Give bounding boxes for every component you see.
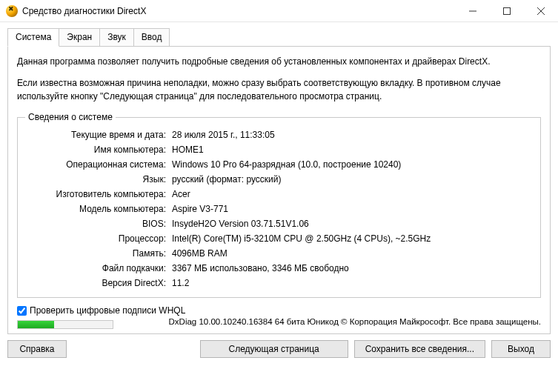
label-os: Операционная система:: [25, 159, 166, 170]
progress-fill: [18, 321, 54, 328]
intro-text-2: Если известна возможная причина неполадк…: [17, 77, 541, 103]
dxdiag-icon: [6, 5, 18, 17]
value-ram: 4096MB RAM: [172, 248, 533, 259]
tab-system[interactable]: Система: [7, 28, 59, 47]
label-manufacturer: Изготовитель компьютера:: [25, 189, 166, 199]
tab-sound[interactable]: Звук: [99, 28, 134, 47]
system-info-legend: Сведения о системе: [25, 112, 116, 122]
titlebar: Средство диагностики DirectX: [0, 0, 558, 22]
help-button[interactable]: Справка: [7, 340, 67, 358]
value-pagefile: 3367 МБ использовано, 3346 МБ свободно: [172, 263, 533, 273]
value-manufacturer: Acer: [172, 189, 533, 199]
next-page-button[interactable]: Следующая страница: [200, 340, 348, 358]
maximize-button[interactable]: [490, 0, 524, 22]
window-title: Средство диагностики DirectX: [22, 6, 146, 16]
value-model: Aspire V3-771: [172, 204, 533, 214]
label-datetime: Текущие время и дата:: [25, 130, 166, 140]
value-datetime: 28 июля 2015 г., 11:33:05: [172, 130, 533, 140]
value-directx-version: 11.2: [172, 278, 533, 288]
value-hostname: HOME1: [172, 144, 533, 155]
label-hostname: Имя компьютера:: [25, 144, 166, 155]
close-button[interactable]: [524, 0, 558, 22]
value-os: Windows 10 Pro 64-разрядная (10.0, постр…: [172, 159, 533, 170]
label-bios: BIOS:: [25, 219, 166, 229]
whql-check-row[interactable]: Проверить цифровые подписи WHQL: [17, 305, 541, 316]
save-all-button[interactable]: Сохранить все сведения...: [354, 340, 485, 358]
value-bios: InsydeH2O Version 03.71.51V1.06: [172, 219, 533, 229]
tabs: Система Экран Звук Ввод: [7, 28, 551, 47]
exit-button[interactable]: Выход: [491, 340, 551, 358]
value-lang: русский (формат: русский): [172, 174, 533, 185]
label-cpu: Процессор:: [25, 233, 166, 244]
label-lang: Язык:: [25, 174, 166, 185]
whql-label: Проверить цифровые подписи WHQL: [30, 305, 185, 316]
value-cpu: Intel(R) Core(TM) i5-3210M CPU @ 2.50GHz…: [172, 233, 533, 244]
minimize-button[interactable]: [456, 0, 490, 22]
intro-text-1: Данная программа позволяет получить подр…: [17, 56, 541, 68]
system-info-group: Сведения о системе Текущие время и дата:…: [17, 112, 541, 298]
footer-buttons: Справка Следующая страница Сохранить все…: [7, 340, 551, 358]
tab-screen[interactable]: Экран: [59, 28, 100, 47]
tab-input[interactable]: Ввод: [133, 28, 170, 47]
label-ram: Память:: [25, 248, 166, 259]
progress-bar: [17, 320, 113, 329]
label-pagefile: Файл подкачки:: [25, 263, 166, 273]
tab-panel-system: Данная программа позволяет получить подр…: [7, 46, 551, 334]
label-model: Модель компьютера:: [25, 204, 166, 214]
svg-rect-1: [504, 7, 511, 14]
whql-checkbox[interactable]: [17, 306, 27, 316]
label-directx-version: Версия DirectX:: [25, 278, 166, 288]
